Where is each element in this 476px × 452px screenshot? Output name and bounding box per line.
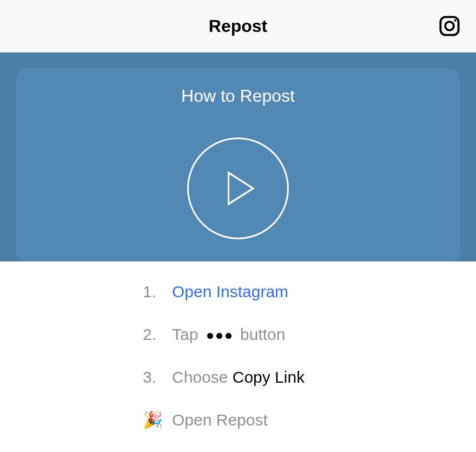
- step-number: 1.: [143, 281, 172, 302]
- step-text: Tap button: [172, 324, 285, 345]
- party-popper-icon: 🎉: [143, 409, 172, 430]
- hero-card: How to Repost: [16, 69, 460, 261]
- step-text: Choose Copy Link: [172, 366, 305, 388]
- instagram-icon[interactable]: [438, 15, 461, 37]
- header-title: Repost: [209, 16, 267, 36]
- hero-section: How to Repost: [0, 53, 476, 261]
- svg-point-2: [454, 19, 456, 22]
- hero-title: How to Repost: [181, 86, 295, 106]
- play-button[interactable]: [187, 137, 289, 239]
- app-header: Repost: [0, 0, 476, 53]
- step-number: 2.: [143, 324, 172, 345]
- more-dots-icon: [207, 333, 232, 339]
- step-text: Open Repost: [172, 409, 268, 430]
- step-3: 3. Choose Copy Link: [143, 366, 476, 388]
- play-icon: [228, 171, 255, 206]
- svg-point-1: [445, 22, 454, 30]
- step-final: 🎉 Open Repost: [143, 409, 476, 430]
- steps-list: 1. Open Instagram 2. Tap button 3. Choos…: [0, 261, 476, 430]
- step-number: 3.: [143, 366, 172, 388]
- step-1: 1. Open Instagram: [143, 281, 476, 302]
- step-2: 2. Tap button: [143, 324, 476, 345]
- open-instagram-link[interactable]: Open Instagram: [172, 281, 288, 302]
